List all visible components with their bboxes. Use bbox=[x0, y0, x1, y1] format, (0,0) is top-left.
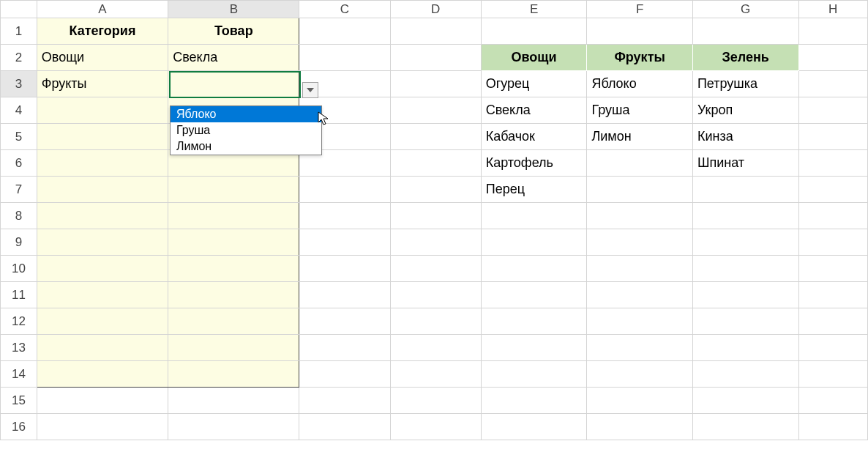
cell-A13[interactable] bbox=[37, 335, 168, 361]
cell-H13[interactable] bbox=[798, 335, 867, 361]
cell-C14[interactable] bbox=[299, 361, 390, 388]
cell-G4[interactable]: Укроп bbox=[692, 97, 798, 124]
cell-D8[interactable] bbox=[390, 203, 481, 229]
cell-A3[interactable]: Фрукты bbox=[37, 71, 168, 97]
cell-F15[interactable] bbox=[587, 388, 693, 414]
cell-D3[interactable] bbox=[390, 71, 481, 97]
cell-A6[interactable] bbox=[37, 150, 168, 177]
cell-B14[interactable] bbox=[168, 361, 299, 388]
cell-E12[interactable] bbox=[481, 308, 587, 335]
cell-G13[interactable] bbox=[692, 335, 798, 361]
cell-F1[interactable] bbox=[587, 18, 693, 45]
cell-C15[interactable] bbox=[299, 388, 390, 414]
cell-B12[interactable] bbox=[168, 308, 299, 335]
cell-A12[interactable] bbox=[37, 308, 168, 335]
cell-H9[interactable] bbox=[798, 229, 867, 256]
cell-G7[interactable] bbox=[692, 177, 798, 203]
data-validation-dropdown-list[interactable]: ЯблокоГрушаЛимон bbox=[170, 105, 322, 155]
cell-E10[interactable] bbox=[481, 256, 587, 282]
row-header-11[interactable]: 11 bbox=[1, 282, 37, 308]
cell-G1[interactable] bbox=[692, 18, 798, 45]
cell-A1[interactable]: Категория bbox=[37, 18, 168, 45]
column-header-C[interactable]: C bbox=[299, 1, 390, 18]
cell-G3[interactable]: Петрушка bbox=[692, 71, 798, 97]
cell-D1[interactable] bbox=[390, 18, 481, 45]
dropdown-option[interactable]: Лимон bbox=[171, 138, 321, 155]
cell-A9[interactable] bbox=[37, 229, 168, 256]
cell-E13[interactable] bbox=[481, 335, 587, 361]
row-header-6[interactable]: 6 bbox=[1, 150, 37, 177]
cell-H2[interactable] bbox=[798, 45, 867, 71]
cell-D2[interactable] bbox=[390, 45, 481, 71]
cell-F12[interactable] bbox=[587, 308, 693, 335]
cell-E8[interactable] bbox=[481, 203, 587, 229]
row-header-5[interactable]: 5 bbox=[1, 124, 37, 150]
cell-A2[interactable]: Овощи bbox=[37, 45, 168, 71]
cell-A11[interactable] bbox=[37, 282, 168, 308]
cell-C12[interactable] bbox=[299, 308, 390, 335]
cell-C16[interactable] bbox=[299, 414, 390, 440]
cell-F9[interactable] bbox=[587, 229, 693, 256]
column-header-D[interactable]: D bbox=[390, 1, 481, 18]
cell-H3[interactable] bbox=[798, 71, 867, 97]
cell-B2[interactable]: Свекла bbox=[168, 45, 299, 71]
cell-C11[interactable] bbox=[299, 282, 390, 308]
cell-D10[interactable] bbox=[390, 256, 481, 282]
cell-G8[interactable] bbox=[692, 203, 798, 229]
row-header-7[interactable]: 7 bbox=[1, 177, 37, 203]
cell-F16[interactable] bbox=[587, 414, 693, 440]
cell-B11[interactable] bbox=[168, 282, 299, 308]
cell-H14[interactable] bbox=[798, 361, 867, 388]
column-header-H[interactable]: H bbox=[798, 1, 867, 18]
column-header-A[interactable]: A bbox=[37, 1, 168, 18]
cell-E3[interactable]: Огурец bbox=[481, 71, 587, 97]
cell-H5[interactable] bbox=[798, 124, 867, 150]
cell-C10[interactable] bbox=[299, 256, 390, 282]
select-all-corner[interactable] bbox=[1, 1, 37, 18]
cell-F6[interactable] bbox=[587, 150, 693, 177]
row-header-10[interactable]: 10 bbox=[1, 256, 37, 282]
cell-E16[interactable] bbox=[481, 414, 587, 440]
cell-G11[interactable] bbox=[692, 282, 798, 308]
cell-C1[interactable] bbox=[299, 18, 390, 45]
cell-F10[interactable] bbox=[587, 256, 693, 282]
row-header-15[interactable]: 15 bbox=[1, 388, 37, 414]
cell-G2[interactable]: Зелень bbox=[692, 45, 798, 71]
cell-D7[interactable] bbox=[390, 177, 481, 203]
cell-F13[interactable] bbox=[587, 335, 693, 361]
row-header-16[interactable]: 16 bbox=[1, 414, 37, 440]
cell-G9[interactable] bbox=[692, 229, 798, 256]
cell-D15[interactable] bbox=[390, 388, 481, 414]
column-header-E[interactable]: E bbox=[481, 1, 587, 18]
cell-G16[interactable] bbox=[692, 414, 798, 440]
cell-H1[interactable] bbox=[798, 18, 867, 45]
row-header-14[interactable]: 14 bbox=[1, 361, 37, 388]
cell-H15[interactable] bbox=[798, 388, 867, 414]
row-header-3[interactable]: 3 bbox=[1, 71, 37, 97]
row-header-9[interactable]: 9 bbox=[1, 229, 37, 256]
cell-E11[interactable] bbox=[481, 282, 587, 308]
cell-H12[interactable] bbox=[798, 308, 867, 335]
column-header-G[interactable]: G bbox=[692, 1, 798, 18]
cell-D9[interactable] bbox=[390, 229, 481, 256]
cell-G6[interactable]: Шпинат bbox=[692, 150, 798, 177]
cell-E1[interactable] bbox=[481, 18, 587, 45]
cell-D13[interactable] bbox=[390, 335, 481, 361]
data-validation-dropdown-button[interactable] bbox=[302, 82, 318, 98]
row-header-2[interactable]: 2 bbox=[1, 45, 37, 71]
cell-H6[interactable] bbox=[798, 150, 867, 177]
cell-C13[interactable] bbox=[299, 335, 390, 361]
cell-B7[interactable] bbox=[168, 177, 299, 203]
cell-B16[interactable] bbox=[168, 414, 299, 440]
cell-A7[interactable] bbox=[37, 177, 168, 203]
cell-D14[interactable] bbox=[390, 361, 481, 388]
cell-D11[interactable] bbox=[390, 282, 481, 308]
cell-D4[interactable] bbox=[390, 97, 481, 124]
cell-A8[interactable] bbox=[37, 203, 168, 229]
cell-D12[interactable] bbox=[390, 308, 481, 335]
cell-G5[interactable]: Кинза bbox=[692, 124, 798, 150]
cell-A10[interactable] bbox=[37, 256, 168, 282]
cell-H10[interactable] bbox=[798, 256, 867, 282]
row-header-4[interactable]: 4 bbox=[1, 97, 37, 124]
cell-E15[interactable] bbox=[481, 388, 587, 414]
